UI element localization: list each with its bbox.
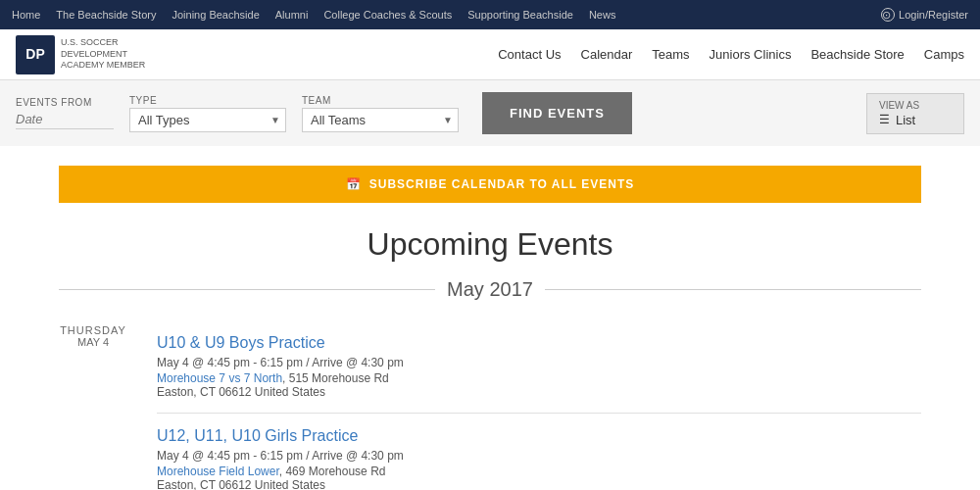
logo-area: DP U.S. SOCCER DEVELOPMENT ACADEMY MEMBE… xyxy=(16,35,145,74)
events-from-label: EVENTS FROM xyxy=(16,97,114,108)
event-title[interactable]: U10 & U9 Boys Practice xyxy=(157,334,921,352)
event-item: U12, U11, U10 Girls Practice May 4 @ 4:4… xyxy=(157,414,921,490)
nav-alumni[interactable]: Alumni xyxy=(275,9,309,21)
nav-home[interactable]: Home xyxy=(12,9,40,21)
event-time: May 4 @ 4:45 pm - 6:15 pm / Arrive @ 4:3… xyxy=(157,449,921,463)
event-location-address: , 515 Morehouse Rd xyxy=(282,371,389,385)
type-select-wrapper: All Types ▼ xyxy=(129,108,286,132)
nav-teams[interactable]: Teams xyxy=(652,47,689,62)
day-label: THURSDAY MAY 4 xyxy=(59,320,127,490)
divider-line-right xyxy=(545,289,921,290)
event-location-link[interactable]: Morehouse 7 vs 7 North xyxy=(157,371,282,385)
type-label: TYPE xyxy=(129,95,286,106)
nav-coaches[interactable]: College Coaches & Scouts xyxy=(323,9,452,21)
nav-news[interactable]: News xyxy=(589,9,616,21)
events-list: U10 & U9 Boys Practice May 4 @ 4:45 pm -… xyxy=(157,320,921,490)
list-icon: ☰ xyxy=(879,113,890,126)
filter-bar: EVENTS FROM TYPE All Types ▼ TEAM All Te… xyxy=(0,80,980,146)
main-header: DP U.S. SOCCER DEVELOPMENT ACADEMY MEMBE… xyxy=(0,29,980,80)
subscribe-label: SUBSCRIBE CALENDAR TO ALL EVENTS xyxy=(369,177,634,191)
nav-store[interactable]: Beachside Store xyxy=(810,47,904,62)
event-location-link[interactable]: Morehouse Field Lower xyxy=(157,465,279,478)
view-as-label: VIEW AS xyxy=(879,100,952,111)
type-select[interactable]: All Types xyxy=(129,108,286,132)
view-as-text: List xyxy=(896,113,915,127)
view-as-value[interactable]: ☰ List xyxy=(879,113,952,127)
login-icon: ⊙ xyxy=(881,8,895,22)
nav-contact[interactable]: Contact Us xyxy=(498,47,561,62)
nav-camps[interactable]: Camps xyxy=(924,47,964,62)
team-group: TEAM All Teams ▼ xyxy=(302,95,459,132)
team-select[interactable]: All Teams xyxy=(302,108,459,132)
nav-joining[interactable]: Joining Beachside xyxy=(172,9,259,21)
login-link[interactable]: ⊙ Login/Register xyxy=(881,8,968,22)
events-from-input[interactable] xyxy=(16,110,114,129)
events-from-group: EVENTS FROM xyxy=(16,97,114,129)
calendar-icon: 📅 xyxy=(346,177,362,191)
day-number: MAY 4 xyxy=(59,336,127,348)
nav-calendar[interactable]: Calendar xyxy=(581,47,633,62)
day-name: THURSDAY xyxy=(59,324,127,336)
nav-story[interactable]: The Beachside Story xyxy=(56,9,156,21)
divider-line-left xyxy=(59,289,435,290)
team-select-wrapper: All Teams ▼ xyxy=(302,108,459,132)
view-as-group: VIEW AS ☰ List xyxy=(866,93,964,134)
main-content: 📅 SUBSCRIBE CALENDAR TO ALL EVENTS Upcom… xyxy=(0,146,980,490)
event-title[interactable]: U12, U11, U10 Girls Practice xyxy=(157,427,921,445)
event-time: May 4 @ 4:45 pm - 6:15 pm / Arrive @ 4:3… xyxy=(157,356,921,369)
event-location: Morehouse 7 vs 7 North, 515 Morehouse Rd… xyxy=(157,371,921,399)
type-group: TYPE All Types ▼ xyxy=(129,95,286,132)
nav-supporting[interactable]: Supporting Beachside xyxy=(467,9,573,21)
event-location-address: , 469 Morehouse Rd xyxy=(279,465,386,478)
us-soccer-badge: DP xyxy=(16,35,55,74)
month-divider: May 2017 xyxy=(59,278,921,301)
logo-text: U.S. SOCCER DEVELOPMENT ACADEMY MEMBER xyxy=(61,37,145,72)
events-section: THURSDAY MAY 4 U10 & U9 Boys Practice Ma… xyxy=(59,320,921,490)
event-location-city: Easton, CT 06612 United States xyxy=(157,478,325,490)
month-label: May 2017 xyxy=(447,278,533,301)
event-location: Morehouse Field Lower, 469 Morehouse Rd … xyxy=(157,465,921,490)
event-location-city: Easton, CT 06612 United States xyxy=(157,385,325,399)
top-nav-links: Home The Beachside Story Joining Beachsi… xyxy=(12,9,615,21)
event-item: U10 & U9 Boys Practice May 4 @ 4:45 pm -… xyxy=(157,320,921,414)
page-title: Upcoming Events xyxy=(59,226,921,263)
nav-juniors[interactable]: Juniors Clinics xyxy=(710,47,792,62)
main-navigation: Contact Us Calendar Teams Juniors Clinic… xyxy=(498,47,964,62)
subscribe-banner[interactable]: 📅 SUBSCRIBE CALENDAR TO ALL EVENTS xyxy=(59,166,921,203)
top-navigation: Home The Beachside Story Joining Beachsi… xyxy=(0,0,980,29)
find-events-button[interactable]: FIND EVENTS xyxy=(482,92,632,134)
team-label: TEAM xyxy=(302,95,459,106)
